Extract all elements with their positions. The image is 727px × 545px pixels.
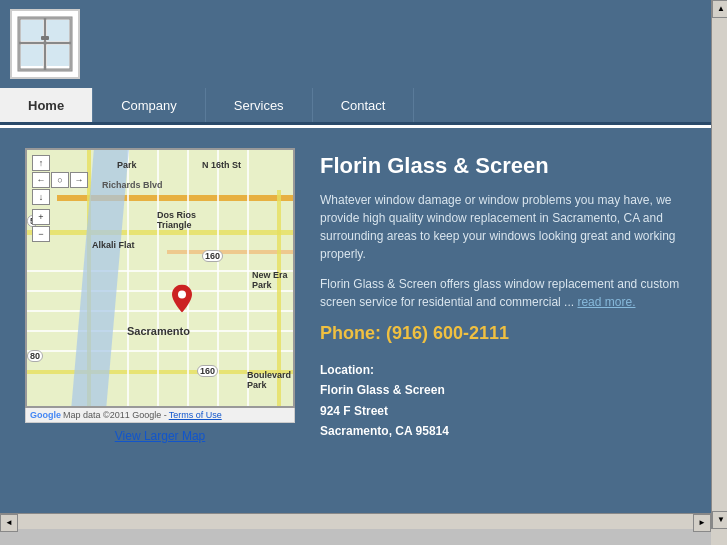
- map-section: Richards Blvd Dos RiosTriangle 160 160 A…: [20, 148, 300, 508]
- map-zoom-center[interactable]: ○: [51, 172, 69, 188]
- company-description1: Whatever window damage or window problem…: [320, 191, 691, 263]
- main-content: Richards Blvd Dos RiosTriangle 160 160 A…: [0, 128, 711, 528]
- svg-rect-5: [47, 20, 69, 41]
- info-section: Florin Glass & Screen Whatever window da…: [320, 148, 691, 508]
- map-zoom-out[interactable]: −: [32, 226, 50, 242]
- map-zoom-controls: ↑ ← ○ → ↓ + −: [32, 155, 88, 242]
- map-data-text: Map data ©2011 Google -: [63, 410, 167, 420]
- map-zoom-top[interactable]: ↑: [32, 155, 50, 171]
- svg-point-9: [178, 290, 186, 298]
- scrollbar-vertical[interactable]: [711, 0, 727, 529]
- logo-icon: [17, 16, 73, 72]
- location-address1: 924 F Street: [320, 401, 691, 421]
- scrollbar-horizontal[interactable]: [0, 513, 711, 529]
- scrollbar-corner: [711, 529, 727, 545]
- terms-link[interactable]: Terms of Use: [169, 410, 222, 420]
- svg-rect-4: [21, 20, 43, 41]
- nav-company[interactable]: Company: [93, 88, 206, 122]
- map-zoom-right[interactable]: →: [70, 172, 88, 188]
- map-footer: Google Map data ©2011 Google - Terms of …: [25, 408, 295, 423]
- svg-rect-6: [21, 45, 43, 66]
- nav-contact[interactable]: Contact: [313, 88, 415, 122]
- logo: [10, 9, 80, 79]
- location-address2: Sacramento, CA 95814: [320, 421, 691, 441]
- nav-bar: Home Company Services Contact: [0, 88, 711, 124]
- location-section: Location: Florin Glass & Screen 924 F St…: [320, 360, 691, 442]
- view-larger-map-link[interactable]: View Larger Map: [115, 429, 206, 443]
- nav-services[interactable]: Services: [206, 88, 313, 122]
- map-container[interactable]: Richards Blvd Dos RiosTriangle 160 160 A…: [25, 148, 295, 408]
- read-more-link[interactable]: read more.: [577, 295, 635, 309]
- google-logo: Google: [30, 410, 61, 420]
- nav-home[interactable]: Home: [0, 88, 93, 122]
- site-header: [0, 0, 711, 88]
- map-zoom-down[interactable]: ↓: [32, 189, 50, 205]
- company-description2: Florin Glass & Screen offers glass windo…: [320, 275, 691, 311]
- svg-rect-7: [47, 45, 69, 66]
- location-name: Florin Glass & Screen: [320, 380, 691, 400]
- map-zoom-left[interactable]: ←: [32, 172, 50, 188]
- map-zoom-in[interactable]: +: [32, 209, 50, 225]
- location-label: Location:: [320, 360, 691, 380]
- svg-rect-8: [41, 36, 49, 40]
- map-marker: [172, 284, 192, 316]
- company-title: Florin Glass & Screen: [320, 153, 691, 179]
- phone-number: Phone: (916) 600-2111: [320, 323, 691, 344]
